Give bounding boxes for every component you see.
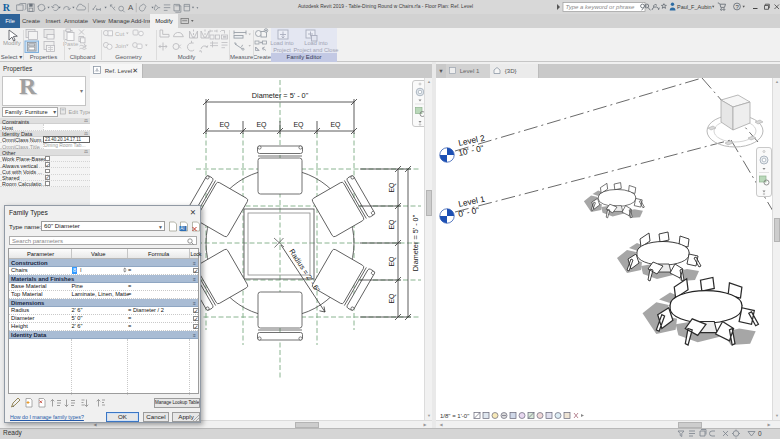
svg-text:Join: Join (115, 43, 126, 49)
svg-text:EQ: EQ (293, 121, 304, 129)
svg-text:Project and Close: Project and Close (294, 47, 339, 53)
svg-text:Cut: Cut (115, 31, 125, 37)
svg-text:EQ: EQ (388, 219, 396, 230)
svg-text:Paste: Paste (63, 41, 79, 47)
svg-text:A: A (128, 3, 134, 12)
svg-text:1/8" = 1'-0": 1/8" = 1'-0" (440, 413, 469, 419)
svg-text:Paul_F_Aubin: Paul_F_Aubin (677, 4, 712, 10)
svg-text:Load into: Load into (304, 40, 327, 46)
svg-text:Diameter = 5' - 0": Diameter = 5' - 0" (411, 214, 420, 271)
svg-text:EQ: EQ (388, 256, 396, 267)
svg-text:Type a keyword or phrase: Type a keyword or phrase (566, 4, 636, 10)
svg-text:AI: AI (180, 226, 184, 231)
svg-text:Project: Project (273, 47, 291, 53)
svg-text:EQ: EQ (219, 121, 230, 129)
svg-text:EQ: EQ (388, 293, 396, 304)
svg-text:EQ: EQ (388, 182, 396, 193)
svg-text:Load into: Load into (270, 40, 293, 46)
svg-text:EQ: EQ (256, 121, 267, 129)
svg-text:0: 0 (758, 430, 762, 437)
svg-text:R: R (3, 2, 11, 13)
svg-text:Modify: Modify (3, 40, 21, 46)
svg-text:EQ: EQ (330, 121, 341, 129)
svg-text:Diameter = 5' - 0": Diameter = 5' - 0" (252, 91, 309, 100)
